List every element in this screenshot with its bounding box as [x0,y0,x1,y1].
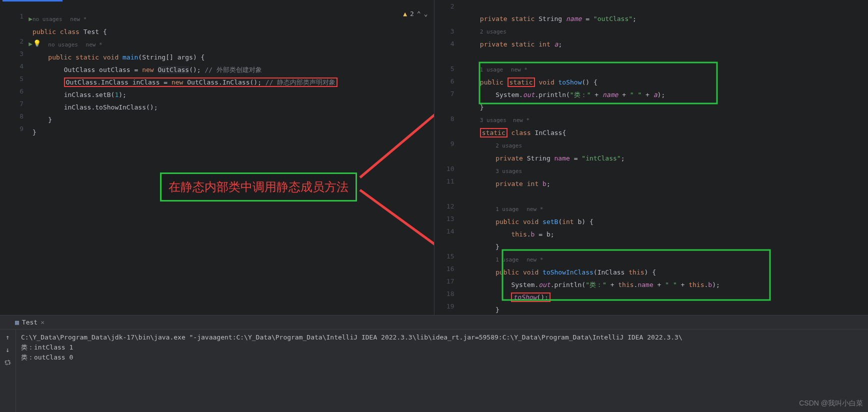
right-gutter[interactable]: 2 3 4 5 6 7 8 9 10 11 12 13 14 15 16 17 … [434,0,458,315]
red-box-static2: static [480,128,508,138]
terminal-icon: ▦ [15,318,19,326]
right-editor-pane[interactable]: 2 3 4 5 6 7 8 9 10 11 12 13 14 15 16 17 … [434,0,868,315]
console-tab-test[interactable]: ▦ Test × [15,318,44,326]
left-editor-pane[interactable]: ▲ 2 ⌃ ⌄ 1▶ 2▶💡 3 4 5 6 7 8 9 no usages n… [0,0,434,315]
editor-area: ▲ 2 ⌃ ⌄ 1▶ 2▶💡 3 4 5 6 7 8 9 no usages n… [0,0,868,315]
chevron-down-icon[interactable]: ⌄ [424,10,428,18]
warning-count: 2 [410,10,414,18]
console-area: ▦ Test × ↑ ↓ ⮔ C:\Y_Data\Program_Data\jd… [0,315,868,412]
run-icon[interactable]: ▶ [28,38,32,50]
red-box-static1: static [508,78,535,87]
watermark: CSDN @我叫小白菜 [799,399,863,408]
bulb-icon[interactable]: 💡 [33,37,41,50]
left-gutter[interactable]: 1▶ 2▶💡 3 4 5 6 7 8 9 [0,0,28,315]
close-icon[interactable]: × [40,318,44,326]
scroll-down-icon[interactable]: ↓ [6,346,10,354]
chevron-up-icon[interactable]: ⌃ [417,10,421,18]
red-box-inclass-decl: OutClass.InClass inClass = new OutClass.… [64,78,338,87]
red-box-toshow-call: toShow(); [511,292,550,302]
console-tabs: ▦ Test × [0,316,868,330]
console-toolbar: ↑ ↓ ⮔ [0,330,16,412]
soft-wrap-icon[interactable]: ⮔ [4,358,11,366]
svg-line-1 [360,190,434,270]
inspection-widget[interactable]: ▲ 2 ⌃ ⌄ [403,10,428,18]
right-code[interactable]: private static String name = "outClass";… [464,0,868,315]
console-output[interactable]: C:\Y_Data\Program_Data\jdk-17\bin\java.e… [16,330,868,412]
warning-icon: ▲ [403,10,407,18]
run-icon[interactable]: ▶ [28,12,32,25]
scroll-up-icon[interactable]: ↑ [6,334,10,341]
annotation-label: 在静态内部类中调用静态成员方法 [160,172,357,202]
left-code[interactable]: no usages new * public class Test { no u… [32,0,434,138]
